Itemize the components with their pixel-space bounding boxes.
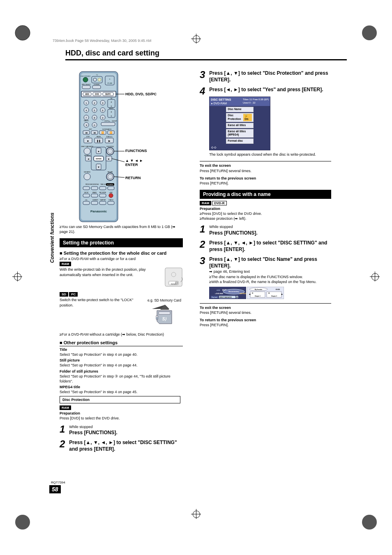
step1b-text: Press [FUNCTIONS]. (209, 230, 257, 236)
svg-text:CANCEL: CANCEL (84, 120, 89, 122)
svg-text:GO: GO (236, 297, 238, 298)
badge-ram-3: RAM (200, 201, 211, 205)
crop-mark-icon (12, 272, 22, 284)
svg-text:S⟩: S⟩ (162, 317, 167, 321)
registration-mark-icon (361, 514, 378, 530)
svg-text:⏩: ⏩ (110, 131, 113, 134)
step3b-small: ➡ page 46, Entering text (209, 269, 331, 274)
page-title: HDD, disc and card setting (65, 49, 347, 60)
exit-heading: To exit the screen (200, 164, 231, 168)
bullet-dvd-ram-cartridge: ≥For a DVD-RAM with a cartridge or for a… (60, 256, 183, 261)
other-title: Title (60, 348, 67, 352)
crop-mark-icon (191, 509, 201, 521)
svg-text:Chapter 2: Chapter 2 (271, 295, 277, 297)
svg-text:Play back: Play back (212, 297, 217, 298)
prev-body: Press [RETURN]. (200, 181, 229, 185)
svg-point-2 (362, 25, 377, 40)
svg-text:PROTECT: PROTECT (171, 283, 176, 285)
svg-text:CHAPTER: CHAPTER (100, 199, 106, 201)
svg-text:✳: ✳ (85, 124, 88, 127)
prep-b2: ≥Release protection (➡ left). (200, 216, 247, 221)
remote-callout-functions: FUNCTIONS (125, 149, 147, 153)
sd-memory-card-illustration: S⟩ (152, 304, 177, 325)
step-number-2b: 2 (200, 240, 205, 249)
svg-text:Panasonic: Panasonic (90, 210, 107, 213)
svg-text:INPUT SELECT: INPUT SELECT (82, 84, 91, 85)
svg-text:● REC: ● REC (109, 192, 113, 193)
svg-rect-107 (99, 187, 106, 190)
svg-rect-115 (99, 194, 106, 197)
step-number-3: 3 (200, 70, 205, 80)
svg-text:F.V.SHOW: F.V.SHOW (107, 184, 113, 186)
svg-rect-139 (156, 317, 158, 319)
bullet-2: ≥With a finalized DVD-R, the name is dis… (209, 279, 331, 284)
svg-rect-124 (108, 201, 114, 205)
remote-callout-return: RETURN (125, 176, 141, 180)
lock-note: The lock symbol appears closed when the … (209, 152, 331, 157)
svg-text:TIME SLIP: TIME SLIP (100, 184, 106, 185)
other-still-body: Select "Set up Protection" in step 4 on … (60, 363, 138, 367)
svg-point-81 (84, 148, 90, 154)
registration-mark-icon (361, 25, 378, 41)
step3b-text: Press [▲, ▼] to select "Disc Name" and p… (209, 256, 317, 269)
step-number-1b: 1 (200, 224, 205, 234)
sd-caption: e.g. SD Memory Card (146, 298, 183, 303)
svg-text:TV: TV (96, 74, 98, 76)
svg-text:∨: ∨ (111, 105, 112, 107)
svg-text:SETUP: SETUP (84, 192, 88, 193)
svg-text:▼: ▼ (97, 166, 100, 168)
svg-text:∧: ∧ (111, 101, 112, 103)
other-folder-body: Select "Set up Protection" in step ③ on … (60, 374, 171, 383)
svg-point-4 (362, 515, 377, 530)
preparation-body: Press [DVD] to select the DVD drive. (60, 416, 120, 420)
sd-card-capacity-note: ≥You can use SD Memory Cards with capaci… (60, 224, 183, 234)
preparation-heading-2: Preparation (200, 207, 220, 211)
svg-text:+: + (109, 78, 111, 80)
svg-text:CH: CH (111, 98, 112, 99)
disc-setting-dialog-illustration: DISC SETTING ● DVD-RAM Titles 11 Free 0:… (209, 97, 270, 151)
svg-text:∧: ∧ (111, 111, 112, 113)
svg-text:01: 01 (252, 292, 254, 294)
svg-text:VOLUME: VOLUME (107, 83, 113, 84)
step1b-small: While stopped (209, 224, 331, 229)
svg-text:◄: ◄ (87, 158, 90, 160)
svg-text:02: 02 (268, 292, 270, 294)
svg-text:SKIP: SKIP (89, 129, 92, 130)
svg-text:01/02: 01/02 (276, 288, 280, 290)
bullet-1: ≥The disc name is displayed in the FUNCT… (209, 274, 331, 279)
svg-rect-114 (91, 194, 98, 197)
other-title-body: Select "Set up Protection" in step 4 on … (60, 352, 138, 357)
section-caption: Convenient functions (49, 212, 55, 263)
svg-text:HDD: HDD (217, 289, 220, 291)
disc-protection-header: Disc Protection (60, 396, 180, 403)
step4-text: Press [◄, ►] to select "Yes" and press [… (209, 87, 323, 92)
svg-text:DUBBING: DUBBING (92, 199, 98, 201)
svg-text:ERASE: ERASE (92, 192, 97, 193)
other-still: Still picture (60, 358, 80, 362)
badge-ram: RAM (60, 262, 71, 266)
svg-point-97 (84, 173, 90, 180)
svg-text:CARTRIDGE PROT: CARTRIDGE PROT (240, 293, 246, 295)
step2-text: Press [▲, ▼, ◄, ►] to select "DISC SETTI… (69, 439, 183, 452)
crop-mark-icon (191, 34, 201, 46)
svg-text:Documentary: Documentary (229, 290, 240, 292)
section-bar-setting-protection: Setting the protection (60, 238, 183, 247)
svg-text:⏪: ⏪ (101, 131, 104, 134)
svg-text:DIRECT NAVIGATOR: DIRECT NAVIGATOR (220, 297, 232, 298)
svg-text:TV/VIDEO: TV/VIDEO (94, 84, 100, 85)
step3-text: Press [▲, ▼] to select "Disc Protection"… (209, 70, 331, 83)
svg-rect-58 (101, 122, 115, 126)
svg-text:STOP: STOP (86, 136, 90, 138)
svg-rect-136 (159, 312, 170, 314)
svg-text:⏮: ⏮ (85, 131, 88, 134)
svg-text:SUB MENU: SUB MENU (84, 171, 90, 173)
svg-text:STATUS: STATUS (108, 199, 113, 201)
svg-text:REC MODE: REC MODE (99, 192, 106, 193)
functions-window-illustration: HDDDVDSD/PC Documentary ● DVD-RAM CARTRI… (209, 287, 283, 299)
step-number-1: 1 (60, 424, 65, 434)
other-folder: Folder of still pictures (60, 369, 98, 373)
step-number-2: 2 (60, 439, 65, 449)
svg-rect-121 (83, 201, 90, 205)
svg-text:DISPLAY: DISPLAY (94, 184, 99, 185)
svg-text:Chapter 1: Chapter 1 (255, 295, 261, 297)
